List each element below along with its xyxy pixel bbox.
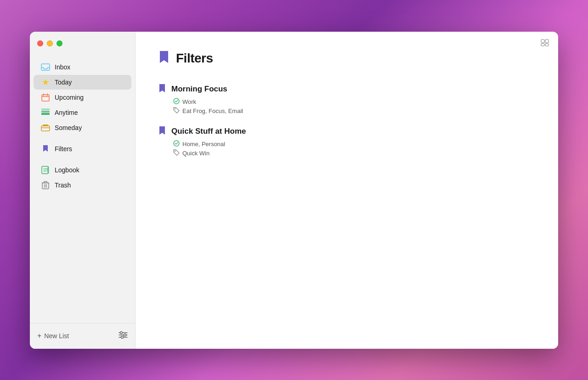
- filter-name-morning-focus: Morning Focus: [171, 85, 227, 94]
- new-list-label: New List: [44, 332, 69, 340]
- sidebar-label-trash: Trash: [55, 181, 71, 189]
- svg-rect-0: [41, 64, 50, 70]
- area-circle-icon-2: [173, 140, 180, 148]
- sidebar-nav: Inbox ★ Today Upcomi: [30, 56, 135, 323]
- titlebar: [30, 32, 135, 56]
- sidebar-item-anytime[interactable]: Anytime: [34, 105, 131, 120]
- sidebar-label-anytime: Anytime: [55, 109, 78, 116]
- close-button[interactable]: [37, 40, 43, 46]
- svg-rect-1: [42, 95, 49, 101]
- sidebar-item-upcoming[interactable]: Upcoming: [34, 90, 131, 105]
- sidebar-label-today: Today: [55, 79, 72, 86]
- filter-tags-value-morning-focus: Eat Frog, Focus, Email: [182, 108, 243, 114]
- inbox-icon: [41, 62, 50, 72]
- sidebar-item-filters[interactable]: Filters: [34, 142, 131, 156]
- svg-point-24: [121, 336, 124, 338]
- logbook-icon: [41, 165, 50, 175]
- filter-bookmark-icon-2: [158, 126, 166, 137]
- filter-tags-morning-focus: Eat Frog, Focus, Email: [158, 107, 535, 115]
- svg-rect-26: [545, 40, 548, 43]
- trash-icon: [41, 181, 50, 190]
- main-content: Filters Morning Focus: [136, 32, 558, 349]
- filter-bookmark-icon: [158, 84, 166, 95]
- page-title-icon: [158, 50, 170, 67]
- sidebar-label-filters: Filters: [55, 145, 72, 153]
- sidebar-item-inbox[interactable]: Inbox: [34, 60, 131, 74]
- tag-icon-2: [173, 149, 180, 157]
- sidebar-label-inbox: Inbox: [55, 63, 70, 71]
- area-circle-icon: [173, 98, 180, 106]
- sidebar-label-someday: Someday: [55, 124, 82, 131]
- filter-area-quick-stuff: Home, Personal: [158, 140, 535, 148]
- minimize-button[interactable]: [47, 40, 53, 46]
- svg-rect-5: [41, 113, 50, 115]
- filter-item-morning-focus[interactable]: Morning Focus Work: [158, 84, 535, 115]
- svg-rect-6: [41, 111, 50, 113]
- anytime-icon: [41, 108, 50, 117]
- filter-tags-quick-stuff: Quick Win: [158, 149, 535, 157]
- svg-rect-28: [545, 44, 548, 46]
- sidebar-item-today[interactable]: ★ Today: [34, 75, 131, 90]
- sidebar: Inbox ★ Today Upcomi: [30, 32, 136, 349]
- tag-icon: [173, 107, 180, 115]
- sidebar-divider-2: [30, 157, 135, 162]
- svg-rect-27: [541, 44, 544, 46]
- today-icon: ★: [41, 78, 50, 87]
- someday-icon: [41, 123, 50, 132]
- page-title: Filters: [176, 51, 213, 66]
- window-action-icon[interactable]: [541, 39, 549, 49]
- sidebar-footer: + New List: [30, 323, 135, 349]
- app-window: Inbox ★ Today Upcomi: [30, 32, 558, 349]
- svg-point-23: [124, 334, 126, 336]
- upcoming-icon: [41, 93, 50, 102]
- new-list-button[interactable]: + New List: [37, 332, 69, 340]
- svg-point-30: [175, 108, 175, 109]
- sidebar-item-someday[interactable]: Someday: [34, 120, 131, 135]
- page-header: Filters: [158, 50, 535, 67]
- filter-item-header: Morning Focus: [158, 84, 535, 95]
- filter-settings-button[interactable]: [119, 331, 128, 341]
- plus-icon: +: [37, 332, 41, 340]
- sidebar-item-trash[interactable]: Trash: [34, 178, 131, 193]
- filters-icon: [41, 144, 50, 153]
- maximize-button[interactable]: [57, 40, 62, 46]
- filter-item-header-2: Quick Stuff at Home: [158, 126, 535, 137]
- sidebar-label-upcoming: Upcoming: [55, 94, 84, 101]
- sidebar-divider-1: [30, 136, 135, 141]
- svg-rect-8: [41, 126, 50, 131]
- filter-name-quick-stuff: Quick Stuff at Home: [171, 127, 246, 136]
- filter-tags-value-quick-stuff: Quick Win: [182, 150, 209, 157]
- svg-rect-7: [41, 108, 50, 110]
- filter-area-value-morning-focus: Work: [182, 98, 196, 105]
- filters-list: Morning Focus Work: [158, 84, 535, 157]
- sidebar-item-logbook[interactable]: Logbook: [34, 163, 131, 177]
- svg-rect-25: [541, 40, 544, 43]
- svg-point-32: [175, 150, 175, 151]
- sidebar-label-logbook: Logbook: [55, 166, 79, 174]
- svg-point-22: [120, 331, 123, 334]
- filter-item-quick-stuff[interactable]: Quick Stuff at Home Home, Personal: [158, 126, 535, 157]
- filter-area-morning-focus: Work: [158, 98, 535, 106]
- filter-area-value-quick-stuff: Home, Personal: [182, 141, 225, 147]
